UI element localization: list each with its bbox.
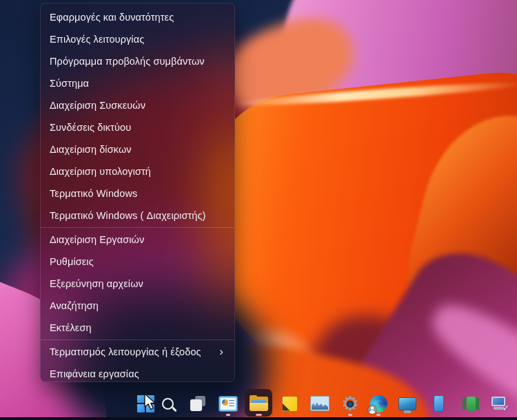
menu-item-label: Εξερεύνηση αρχείων (50, 278, 143, 289)
gear-icon: ⚙ (341, 394, 359, 414)
pc-check-icon: ✓ (491, 396, 509, 412)
file-explorer-button[interactable] (246, 391, 271, 416)
menu-item-network-connections[interactable]: Συνδέσεις δικτύου (41, 116, 234, 138)
menu-item-label: Αναζήτηση (50, 300, 99, 311)
menu-item-label: Ρυθμίσεις (50, 256, 94, 267)
phone-link-button[interactable] (426, 391, 451, 416)
search-icon (162, 398, 174, 410)
menu-item-search[interactable]: Αναζήτηση (41, 295, 234, 317)
profile-avatar-badge (368, 406, 376, 414)
menu-item-system[interactable]: Σύστημα (41, 72, 234, 94)
menu-item-windows-terminal-admin[interactable]: Τερματικό Windows ( Διαχειριστής) (41, 204, 234, 227)
menu-item-label: Επιφάνεια εργασίας (50, 368, 139, 379)
menu-item-label: Εφαρμογές και δυνατότητες (50, 12, 174, 23)
screen-bottom-strip (0, 417, 517, 420)
menu-item-file-explorer[interactable]: Εξερεύνηση αρχείων (41, 273, 234, 295)
pc-status-button[interactable]: ✓ (487, 391, 512, 416)
menu-item-shutdown-or-sign-out[interactable]: Τερματισμός λειτουργίας ή έξοδος › (41, 341, 234, 363)
menu-item-desktop[interactable]: Επιφάνεια εργασίας (41, 363, 234, 385)
display-app-button[interactable] (395, 391, 420, 416)
running-indicator-dot (348, 414, 352, 416)
menu-item-computer-management[interactable]: Διαχείριση υπολογιστή (41, 160, 234, 182)
sticky-notes-button[interactable] (277, 391, 302, 416)
menu-item-run[interactable]: Εκτέλεση (41, 317, 234, 339)
menu-separator (41, 339, 234, 340)
pie-chart-monitor-icon (219, 396, 238, 412)
chevron-right-icon: › (219, 346, 223, 357)
running-indicator-dot (376, 414, 381, 416)
menu-separator (41, 227, 234, 228)
check-icon: ✓ (503, 403, 510, 413)
menu-item-label: Συνδέσεις δικτύου (50, 122, 131, 133)
menu-item-label: Διαχείριση Εργασιών (50, 234, 144, 245)
running-indicator-dot-active (256, 414, 262, 416)
performance-chart-button[interactable] (307, 391, 332, 416)
menu-item-event-viewer[interactable]: Πρόγραμμα προβολής συμβάντων (41, 50, 234, 72)
menu-item-apps-and-features[interactable]: Εφαρμογές και δυνατότητες (41, 6, 234, 28)
running-indicator-dot (226, 414, 230, 416)
edge-browser-button[interactable] (366, 391, 391, 416)
menu-item-label: Τερματικό Windows (50, 188, 137, 199)
mouse-cursor-icon (144, 393, 159, 411)
green-tiles-icon (463, 397, 479, 411)
folder-icon (250, 396, 268, 411)
task-view-icon (189, 395, 207, 412)
menu-item-disk-management[interactable]: Διαχείριση δίσκων (41, 138, 234, 160)
menu-item-label: Επιλογές λειτουργίας (50, 34, 144, 45)
menu-item-task-manager[interactable]: Διαχείριση Εργασιών (41, 229, 234, 251)
task-view-button[interactable] (185, 391, 210, 416)
menu-item-label: Διαχείριση υπολογιστή (50, 166, 151, 177)
phone-icon (434, 395, 444, 412)
settings-button[interactable]: ⚙ (338, 391, 363, 416)
histogram-frame-icon (310, 396, 330, 411)
edge-browser-icon (370, 395, 387, 412)
menu-item-label: Πρόγραμμα προβολής συμβάντων (50, 56, 205, 67)
menu-item-label: Σύστημα (50, 78, 89, 89)
winx-context-menu: Εφαρμογές και δυνατότητες Επιλογές λειτο… (40, 3, 235, 382)
menu-item-label: Διαχείριση δίσκων (50, 144, 132, 155)
menu-item-windows-terminal[interactable]: Τερματικό Windows (41, 182, 234, 204)
green-app-button[interactable] (458, 391, 483, 416)
menu-item-label: Τερματικό Windows ( Διαχειριστής) (50, 210, 205, 221)
menu-item-label: Εκτέλεση (50, 322, 92, 333)
monitor-icon (398, 397, 416, 410)
menu-item-settings[interactable]: Ρυθμίσεις (41, 251, 234, 273)
menu-item-label: Διαχείριση Συσκευών (50, 100, 145, 111)
menu-item-label: Τερματισμός λειτουργίας ή έξοδος (50, 346, 201, 357)
system-monitor-app-button[interactable] (216, 391, 241, 416)
menu-item-device-manager[interactable]: Διαχείριση Συσκευών (41, 94, 234, 116)
sticky-note-icon (283, 397, 297, 411)
menu-item-power-options[interactable]: Επιλογές λειτουργίας (41, 28, 234, 50)
